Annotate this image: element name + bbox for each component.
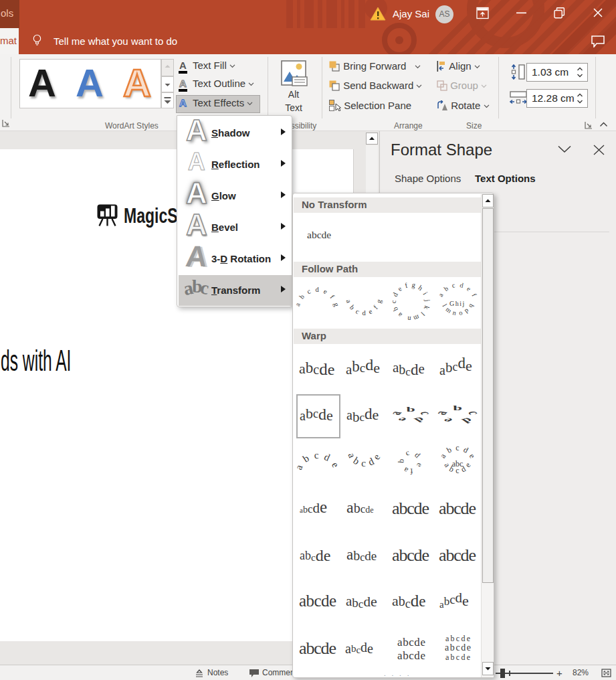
- svg-text:abcde: abcde: [439, 355, 472, 377]
- svg-text:o: o: [458, 309, 463, 317]
- svg-text:d: d: [362, 309, 366, 317]
- svg-text:b: b: [442, 284, 449, 292]
- svg-text:b: b: [396, 458, 405, 463]
- svg-text:abcde: abcde: [299, 592, 336, 610]
- svg-text:abcde: abcde: [392, 592, 425, 610]
- svg-text:c: c: [404, 448, 411, 458]
- svg-text:c: c: [464, 410, 480, 415]
- svg-text:abcde: abcde: [445, 634, 470, 643]
- svg-text:e: e: [322, 287, 328, 295]
- svg-text:g: g: [375, 298, 383, 304]
- svg-text:a: a: [401, 465, 409, 475]
- svg-text:abcde: abcde: [345, 640, 373, 656]
- svg-text:abcde: abcde: [439, 499, 476, 518]
- svg-text:f: f: [471, 292, 479, 299]
- svg-text:d: d: [459, 281, 464, 289]
- svg-text:abcde: abcde: [397, 636, 425, 649]
- svg-text:p: p: [463, 306, 470, 314]
- svg-text:a: a: [345, 299, 353, 304]
- svg-text:b: b: [298, 293, 306, 301]
- svg-text:abcde: abcde: [346, 593, 377, 610]
- svg-text:e: e: [396, 284, 403, 292]
- svg-text:a: a: [438, 452, 448, 460]
- svg-text:d: d: [462, 445, 470, 455]
- svg-text:abcde: abcde: [346, 406, 379, 425]
- svg-text:d: d: [391, 291, 400, 298]
- svg-text:b: b: [391, 306, 399, 312]
- svg-text:i: i: [422, 290, 429, 296]
- svg-text:e: e: [466, 285, 473, 293]
- svg-text:abcde: abcde: [445, 643, 471, 653]
- svg-text:abcde: abcde: [397, 649, 425, 662]
- svg-text:abcde: abcde: [300, 498, 327, 516]
- svg-text:c: c: [354, 307, 361, 315]
- svg-text:f: f: [372, 304, 379, 311]
- svg-text:a: a: [296, 302, 302, 307]
- svg-text:e: e: [468, 452, 478, 460]
- svg-text:c: c: [417, 410, 433, 416]
- svg-text:g: g: [411, 281, 417, 289]
- svg-text:abcde: abcde: [346, 356, 380, 377]
- svg-text:n: n: [452, 309, 457, 317]
- svg-text:b: b: [453, 404, 462, 412]
- svg-text:c: c: [390, 300, 397, 303]
- svg-text:d: d: [315, 286, 319, 293]
- svg-text:abcde: abcde: [439, 590, 469, 610]
- svg-text:abcde: abcde: [346, 546, 377, 563]
- svg-text:n: n: [407, 315, 411, 323]
- svg-text:abcde: abcde: [346, 451, 382, 469]
- svg-text:c: c: [455, 466, 459, 475]
- svg-text:f: f: [410, 466, 413, 476]
- svg-text:e: e: [439, 416, 455, 424]
- svg-text:b: b: [445, 445, 453, 455]
- svg-text:c: c: [306, 287, 312, 295]
- svg-text:d: d: [459, 416, 477, 425]
- svg-text:a: a: [389, 410, 405, 416]
- svg-text:b: b: [348, 304, 356, 311]
- svg-text:f: f: [404, 281, 409, 289]
- svg-text:a: a: [435, 410, 451, 416]
- svg-text:abcde: abcde: [300, 547, 330, 564]
- svg-text:m: m: [413, 313, 420, 322]
- svg-text:l: l: [419, 311, 426, 317]
- svg-text:abcde: abcde: [346, 499, 374, 516]
- svg-text:c: c: [455, 443, 459, 452]
- svg-text:abcde: abcde: [299, 639, 336, 658]
- svg-text:Ghij: Ghij: [449, 300, 466, 307]
- svg-text:abcde: abcde: [445, 653, 470, 662]
- svg-text:a: a: [437, 292, 445, 299]
- svg-text:a: a: [396, 311, 403, 319]
- svg-text:b: b: [406, 406, 415, 413]
- svg-text:f: f: [328, 293, 336, 300]
- svg-text:abcde: abcde: [392, 499, 429, 518]
- svg-text:abcde: abcde: [296, 450, 340, 471]
- svg-text:h: h: [417, 284, 424, 292]
- svg-text:abcde: abcde: [299, 359, 334, 378]
- svg-text:abcde: abcde: [392, 545, 429, 565]
- svg-text:e: e: [394, 416, 409, 424]
- svg-text:e: e: [415, 462, 425, 469]
- svg-text:abcde: abcde: [439, 545, 476, 565]
- svg-text:q: q: [466, 302, 474, 309]
- svg-text:c: c: [451, 281, 456, 289]
- svg-text:g: g: [332, 302, 340, 308]
- svg-text:k: k: [423, 305, 431, 311]
- svg-text:abcde: abcde: [393, 359, 425, 378]
- svg-text:d: d: [413, 450, 422, 460]
- svg-text:d: d: [411, 416, 428, 424]
- svg-text:j: j: [424, 299, 431, 302]
- svg-text:e: e: [367, 307, 373, 315]
